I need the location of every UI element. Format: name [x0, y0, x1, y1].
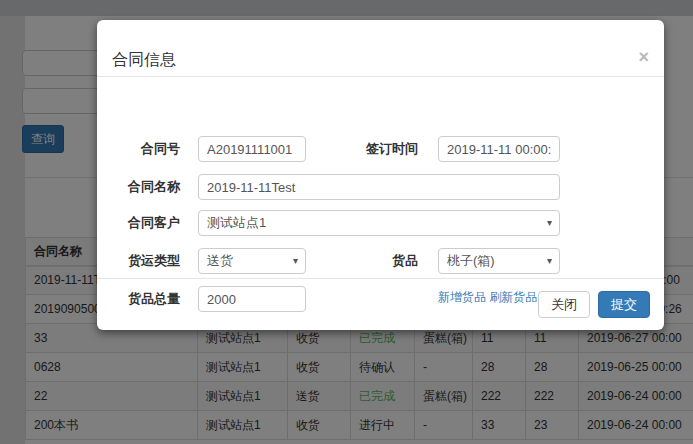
- chevron-down-icon: ▾: [547, 211, 552, 235]
- sign-time-input[interactable]: [438, 136, 560, 162]
- customer-select[interactable]: 测试站点1 ▾: [198, 210, 560, 236]
- modal-title: 合同信息: [112, 50, 176, 71]
- contract-name-label: 合同名称: [97, 174, 180, 200]
- customer-select-value: 测试站点1: [207, 215, 266, 230]
- goods-select-value: 桃子(箱): [447, 253, 495, 268]
- goods-label: 货品: [318, 248, 418, 274]
- submit-button[interactable]: 提交: [598, 291, 650, 318]
- chevron-down-icon: ▾: [547, 249, 552, 273]
- customer-label: 合同客户: [97, 210, 180, 236]
- modal-header: 合同信息 ×: [97, 20, 664, 77]
- freight-type-select[interactable]: 送货 ▾: [198, 248, 306, 274]
- screen: 查询 合同名称: [0, 0, 693, 444]
- goods-select[interactable]: 桃子(箱) ▾: [438, 248, 560, 274]
- sign-time-label: 签订时间: [318, 136, 418, 162]
- close-button[interactable]: 关闭: [538, 291, 590, 318]
- contract-no-label: 合同号: [97, 136, 180, 162]
- contract-name-input[interactable]: [198, 174, 560, 200]
- freight-type-select-value: 送货: [207, 253, 233, 268]
- close-icon[interactable]: ×: [638, 50, 649, 64]
- chevron-down-icon: ▾: [293, 249, 298, 273]
- contract-info-modal: 合同信息 × 合同号 签订时间 合同名称 合同客户 测试站点1 ▾ 货运类型 送…: [97, 20, 664, 330]
- freight-type-label: 货运类型: [97, 248, 180, 274]
- contract-no-input[interactable]: [198, 136, 306, 162]
- modal-footer: 关闭 提交: [97, 278, 664, 330]
